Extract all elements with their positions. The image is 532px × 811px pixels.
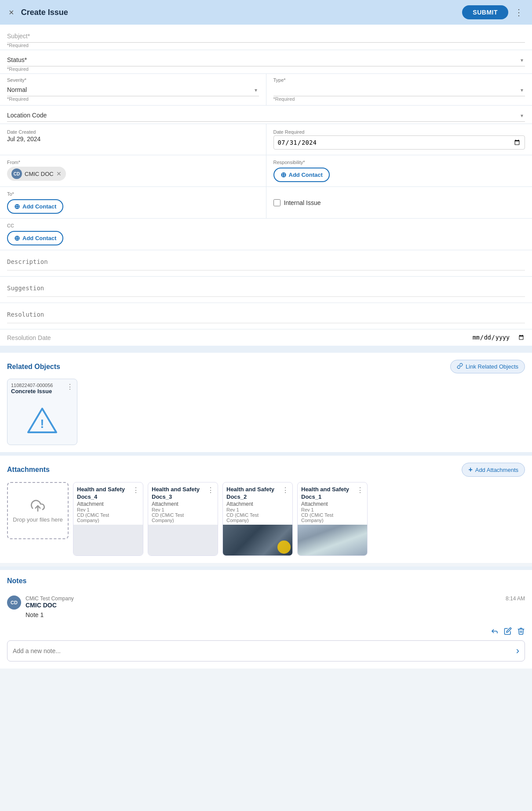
attachment-card-3: Health and Safety Docs_3 Attachment Rev … bbox=[148, 482, 218, 556]
attachment-2-rev: Rev 1 bbox=[226, 507, 282, 512]
note-meta: CMiC Test Company CMIC DOC bbox=[26, 595, 74, 609]
from-responsibility-row: From* CD CMIC DOC ✕ Responsibility* ⊕ Ad… bbox=[0, 155, 532, 187]
to-add-contact-button[interactable]: ⊕ Add Contact bbox=[7, 199, 63, 214]
cc-add-contact-button[interactable]: ⊕ Add Contact bbox=[7, 231, 63, 245]
edit-icon bbox=[504, 627, 512, 635]
related-objects-area: 110822407-000056 Concrete Issue ⋮ ! bbox=[0, 379, 532, 452]
attachments-section: Attachments + Add Attachments Drop your … bbox=[0, 452, 532, 563]
close-button[interactable]: × bbox=[7, 6, 16, 19]
internal-issue-section: Internal Issue bbox=[266, 187, 532, 218]
attachment-3-title: Health and Safety Docs_3 bbox=[152, 486, 207, 501]
status-section: Status* *Required bbox=[0, 50, 532, 74]
attachment-1-rev: Rev 1 bbox=[301, 507, 357, 512]
submit-button[interactable]: SUBMIT bbox=[462, 5, 508, 19]
add-attachments-label: Add Attachments bbox=[475, 467, 518, 473]
resolution-date-input[interactable] bbox=[472, 334, 525, 341]
from-remove-button[interactable]: ✕ bbox=[56, 171, 62, 177]
related-object-card: 110822407-000056 Concrete Issue ⋮ ! bbox=[7, 379, 77, 445]
note-author-area: CD CMiC Test Company CMIC DOC bbox=[7, 595, 74, 610]
close-icon: × bbox=[9, 7, 14, 17]
from-chip: CD CMIC DOC ✕ bbox=[7, 167, 66, 181]
description-input[interactable] bbox=[7, 255, 525, 270]
severity-section: Severity* Normal *Required bbox=[0, 74, 266, 105]
cc-section: CC ⊕ Add Contact bbox=[0, 219, 532, 250]
resolution-input[interactable] bbox=[7, 307, 525, 323]
from-label: From* bbox=[7, 160, 259, 165]
attachment-2-company: CD (CMiC Test Company) bbox=[226, 512, 282, 523]
attachment-1-info: Health and Safety Docs_1 Attachment Rev … bbox=[301, 486, 357, 523]
to-row: To* ⊕ Add Contact Internal Issue bbox=[0, 187, 532, 219]
type-select-wrapper bbox=[273, 84, 525, 96]
attachment-3-company: CD (CMiC Test Company) bbox=[152, 512, 207, 523]
note-author: CMIC DOC bbox=[26, 602, 74, 609]
internal-issue-wrapper: Internal Issue bbox=[273, 199, 321, 206]
type-select[interactable] bbox=[273, 84, 525, 96]
location-select[interactable]: Location Code bbox=[7, 109, 525, 122]
note-delete-button[interactable] bbox=[517, 627, 525, 637]
status-required: *Required bbox=[7, 66, 525, 72]
subject-input[interactable] bbox=[7, 30, 525, 43]
header: × Create Issue SUBMIT ⋮ bbox=[0, 0, 532, 25]
description-section bbox=[0, 250, 532, 277]
cc-add-contact-label: Add Contact bbox=[22, 235, 56, 241]
date-required-label: Date Required bbox=[273, 129, 525, 135]
header-left: × Create Issue bbox=[7, 6, 68, 19]
attachment-2-more-button[interactable]: ⋮ bbox=[282, 486, 289, 494]
link-icon bbox=[457, 363, 463, 370]
location-section: Location Code bbox=[0, 106, 532, 124]
suggestion-input[interactable] bbox=[7, 281, 525, 297]
to-add-contact-label: Add Contact bbox=[22, 203, 56, 210]
link-related-objects-button[interactable]: Link Related Objects bbox=[450, 360, 525, 373]
severity-select[interactable]: Normal bbox=[7, 84, 259, 96]
file-drop-zone[interactable]: Drop your files here bbox=[7, 482, 69, 539]
related-card-more-button[interactable]: ⋮ bbox=[66, 383, 73, 391]
type-label: Type* bbox=[273, 77, 525, 83]
add-note-input[interactable] bbox=[13, 647, 516, 654]
add-attachments-button[interactable]: + Add Attachments bbox=[462, 463, 525, 477]
attachment-4-type: Attachment bbox=[77, 501, 132, 507]
attachment-card-2: Health and Safety Docs_2 Attachment Rev … bbox=[222, 482, 293, 556]
responsibility-add-contact-label: Add Contact bbox=[289, 172, 323, 178]
date-required-input[interactable] bbox=[273, 135, 525, 150]
suggestion-section bbox=[0, 277, 532, 303]
send-note-button[interactable]: › bbox=[516, 645, 519, 657]
attachment-card-4: Health and Safety Docs_4 Attachment Rev … bbox=[73, 482, 143, 556]
page-title: Create Issue bbox=[21, 8, 68, 17]
internal-issue-checkbox[interactable] bbox=[273, 199, 281, 206]
related-objects-header: Related Objects Link Related Objects bbox=[0, 349, 532, 379]
attachment-card-4-header: Health and Safety Docs_4 Attachment Rev … bbox=[73, 482, 143, 525]
add-note-area: › bbox=[7, 640, 525, 661]
svg-text:!: ! bbox=[40, 417, 44, 431]
note-reply-button[interactable] bbox=[491, 627, 499, 637]
note-edit-button[interactable] bbox=[504, 627, 512, 637]
responsibility-section: Responsibility* ⊕ Add Contact bbox=[266, 155, 532, 186]
link-related-objects-label: Link Related Objects bbox=[466, 363, 518, 370]
related-card-name: Concrete Issue bbox=[11, 388, 53, 395]
delete-icon bbox=[517, 627, 525, 635]
note-actions bbox=[0, 627, 532, 637]
attachment-1-more-button[interactable]: ⋮ bbox=[357, 486, 364, 494]
attachment-3-type: Attachment bbox=[152, 501, 207, 507]
status-select[interactable]: Status* bbox=[7, 54, 525, 66]
attachment-4-rev: Rev 1 bbox=[77, 507, 132, 512]
attachment-4-more-button[interactable]: ⋮ bbox=[132, 486, 139, 494]
note-header: CD CMiC Test Company CMIC DOC 8:14 AM bbox=[7, 595, 525, 610]
attachment-3-more-button[interactable]: ⋮ bbox=[207, 486, 214, 494]
attachment-4-thumbnail bbox=[73, 525, 143, 555]
notes-header: Notes bbox=[0, 570, 532, 590]
header-right: SUBMIT ⋮ bbox=[462, 5, 525, 19]
note-company: CMiC Test Company bbox=[26, 595, 74, 602]
date-created-value: Jul 29, 2024 bbox=[7, 135, 259, 142]
note-item: CD CMiC Test Company CMIC DOC 8:14 AM No… bbox=[0, 590, 532, 627]
attachments-header: Attachments + Add Attachments bbox=[0, 456, 532, 482]
internal-issue-label: Internal Issue bbox=[284, 199, 321, 206]
attachment-3-thumbnail bbox=[148, 525, 218, 555]
type-section: Type* *Required bbox=[266, 74, 532, 105]
more-menu-button[interactable]: ⋮ bbox=[513, 5, 525, 19]
type-required: *Required bbox=[273, 96, 525, 102]
attachment-1-type: Attachment bbox=[301, 501, 357, 507]
responsibility-add-contact-button[interactable]: ⊕ Add Contact bbox=[273, 168, 330, 182]
from-name: CMIC DOC bbox=[25, 171, 54, 177]
notes-section: Notes CD CMiC Test Company CMIC DOC 8:14… bbox=[0, 566, 532, 669]
more-icon: ⋮ bbox=[514, 7, 523, 17]
